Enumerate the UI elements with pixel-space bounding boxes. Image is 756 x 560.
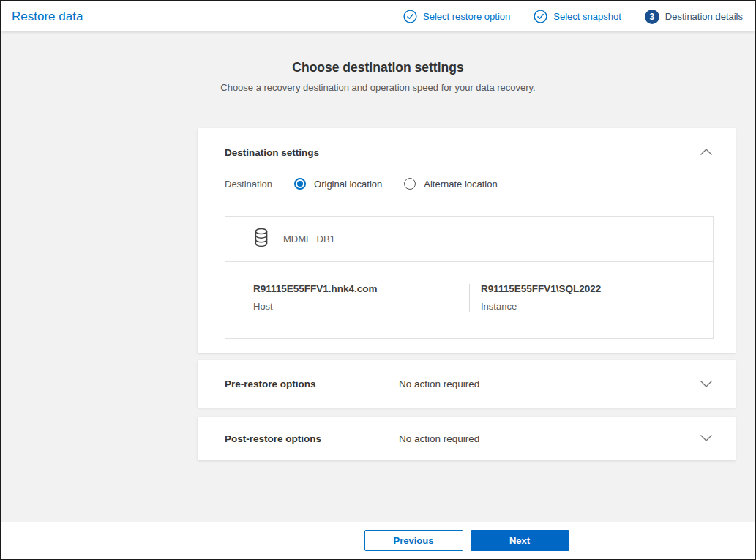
destination-radio-group: Destination Original location Alternate … (225, 178, 714, 190)
radio-selected-icon (294, 178, 306, 190)
instance-label: Instance (481, 301, 601, 312)
restore-data-window: Restore data Select restore option (0, 0, 756, 560)
wizard-stepper: Select restore option Select snapshot 3 … (403, 10, 743, 24)
check-circle-icon (403, 10, 417, 23)
content-heading: Choose destination settings (1, 60, 755, 75)
page-title: Restore data (12, 10, 83, 23)
database-name: MDML_DB1 (283, 234, 335, 244)
destination-settings-card: Destination settings Destination Origin (198, 128, 736, 353)
step-destination-details[interactable]: 3 Destination details (645, 10, 743, 24)
instance-info: R91115E55FFV1\SQL2022 Instance (469, 284, 601, 312)
database-row: MDML_DB1 (225, 217, 713, 262)
radio-alternate-location[interactable]: Alternate location (404, 178, 497, 190)
step-label: Destination details (665, 11, 743, 22)
host-info: R91115E55FFV1.hnk4.com Host (253, 284, 469, 312)
radio-label: Original location (314, 179, 382, 190)
pre-restore-options-section[interactable]: Pre-restore options No action required (198, 360, 736, 408)
database-details-box: MDML_DB1 R91115E55FFV1.hnk4.com Host R91… (225, 216, 714, 339)
footer-buttons: Previous Next (198, 530, 736, 551)
host-label: Host (253, 301, 469, 312)
chevron-down-icon (699, 378, 714, 391)
destination-settings-title: Destination settings (225, 147, 319, 158)
destination-label: Destination (225, 179, 272, 190)
radio-original-location[interactable]: Original location (294, 178, 382, 190)
check-circle-icon (534, 10, 547, 23)
post-restore-options-section[interactable]: Post-restore options No action required (198, 417, 736, 460)
step-select-snapshot[interactable]: Select snapshot (534, 10, 621, 23)
host-instance-row: R91115E55FFV1.hnk4.com Host R91115E55FFV… (225, 262, 713, 338)
top-bar: Restore data Select restore option (1, 1, 755, 31)
instance-value: R91115E55FFV1\SQL2022 (481, 284, 601, 295)
post-restore-title: Post-restore options (225, 433, 399, 444)
database-icon (253, 228, 269, 250)
host-value: R91115E55FFV1.hnk4.com (253, 284, 469, 295)
content-subheading: Choose a recovery destination and operat… (1, 82, 755, 93)
main-content: Choose destination settings Choose a rec… (1, 31, 755, 522)
radio-label: Alternate location (424, 179, 497, 190)
collapse-section-button[interactable] (699, 147, 714, 158)
step-number-badge: 3 (645, 10, 659, 24)
step-label: Select snapshot (553, 11, 621, 22)
radio-unselected-icon (404, 178, 416, 190)
pre-restore-title: Pre-restore options (225, 378, 399, 389)
chevron-up-icon (699, 147, 714, 158)
step-label: Select restore option (423, 11, 510, 22)
post-restore-status: No action required (399, 433, 699, 444)
content-column: Destination settings Destination Origin (198, 128, 736, 460)
next-button[interactable]: Next (471, 530, 569, 551)
chevron-down-icon (699, 432, 714, 445)
footer-bar: Previous Next (1, 522, 755, 559)
previous-button[interactable]: Previous (364, 530, 463, 551)
pre-restore-status: No action required (399, 378, 699, 389)
step-select-restore-option[interactable]: Select restore option (403, 10, 510, 23)
destination-settings-header: Destination settings (225, 147, 714, 158)
